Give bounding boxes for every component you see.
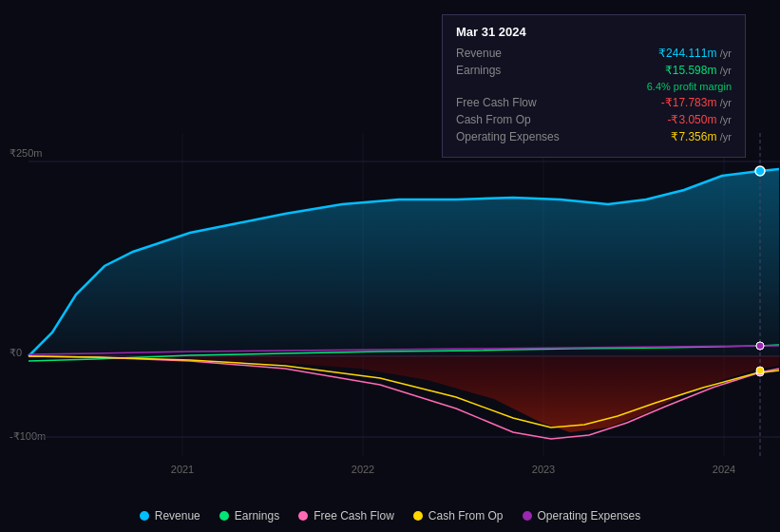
tooltip-opex-label: Operating Expenses xyxy=(456,130,570,143)
legend-revenue-label: Revenue xyxy=(155,509,200,522)
tooltip-cashop-row: Cash From Op -₹3.050m /yr xyxy=(456,113,732,126)
tooltip-opex-row: Operating Expenses ₹7.356m /yr xyxy=(456,130,732,143)
svg-point-12 xyxy=(756,342,764,350)
legend-revenue[interactable]: Revenue xyxy=(140,509,200,522)
tooltip-cashop-label: Cash From Op xyxy=(456,113,570,126)
tooltip-box: Mar 31 2024 Revenue ₹244.111m /yr Earnin… xyxy=(442,14,746,158)
tooltip-profit-margin: 6.4% profit margin xyxy=(647,81,732,92)
tooltip-opex-value: ₹7.356m /yr xyxy=(671,130,732,143)
chart-container: ₹250m ₹0 -₹100m 2021 2022 2023 2024 xyxy=(0,0,780,532)
tooltip-revenue-label: Revenue xyxy=(456,47,570,60)
tooltip-profit-margin-row: 6.4% profit margin xyxy=(456,81,732,92)
legend-fcf[interactable]: Free Cash Flow xyxy=(298,509,394,522)
legend-cashop[interactable]: Cash From Op xyxy=(413,509,504,522)
tooltip-revenue-value: ₹244.111m /yr xyxy=(658,47,732,60)
svg-point-11 xyxy=(756,367,764,374)
legend-fcf-label: Free Cash Flow xyxy=(314,509,394,522)
tooltip-earnings-label: Earnings xyxy=(456,64,570,77)
chart-legend: Revenue Earnings Free Cash Flow Cash Fro… xyxy=(0,509,780,522)
svg-point-8 xyxy=(755,166,765,176)
legend-opex[interactable]: Operating Expenses xyxy=(523,509,641,522)
legend-opex-dot xyxy=(523,511,532,521)
legend-cashop-dot xyxy=(413,511,423,521)
tooltip-title: Mar 31 2024 xyxy=(456,25,732,39)
legend-opex-label: Operating Expenses xyxy=(538,509,641,522)
tooltip-fcf-label: Free Cash Flow xyxy=(456,96,570,109)
legend-earnings-dot xyxy=(219,511,229,521)
tooltip-fcf-row: Free Cash Flow -₹17.783m /yr xyxy=(456,96,732,109)
tooltip-fcf-value: -₹17.783m /yr xyxy=(661,96,732,109)
tooltip-cashop-value: -₹3.050m /yr xyxy=(667,113,732,126)
tooltip-revenue-row: Revenue ₹244.111m /yr xyxy=(456,47,732,60)
tooltip-earnings-row: Earnings ₹15.598m /yr xyxy=(456,64,732,77)
legend-fcf-dot xyxy=(298,511,308,521)
legend-earnings[interactable]: Earnings xyxy=(219,509,279,522)
tooltip-earnings-value: ₹15.598m /yr xyxy=(665,64,732,77)
legend-earnings-label: Earnings xyxy=(235,509,279,522)
legend-revenue-dot xyxy=(140,511,149,521)
legend-cashop-label: Cash From Op xyxy=(428,509,504,522)
